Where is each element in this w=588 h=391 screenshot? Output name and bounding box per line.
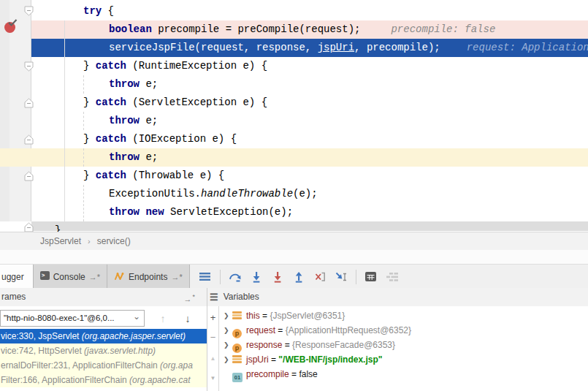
- console-icon: >: [40, 271, 50, 282]
- code-line[interactable]: try {: [31, 2, 588, 20]
- code-line[interactable]: }: [31, 221, 588, 232]
- variable-row[interactable]: ❯prequest = {ApplicationHttpRequest@6352…: [219, 323, 588, 338]
- frame-list: vice:330, JspServlet (org.apache.jasper.…: [0, 329, 207, 387]
- frame-location: ernalDoFilter:231, ApplicationFilterChai…: [1, 360, 160, 371]
- layout-settings-button[interactable]: [386, 270, 399, 284]
- thread-dropdown-value: "http-nio-8080-exec-1"@6,0...: [4, 314, 115, 322]
- code-line[interactable]: serviceJspFile(request, response, jspUri…: [31, 39, 588, 57]
- code-token: catch: [96, 60, 126, 72]
- breakpoint-verified-icon[interactable]: [4, 21, 16, 33]
- frame-row[interactable]: vice:742, HttpServlet (javax.servlet.htt…: [0, 343, 207, 358]
- tab-label: ugger: [1, 272, 24, 282]
- code-token: catch: [96, 96, 126, 108]
- step-out-button[interactable]: [292, 270, 305, 284]
- code-line[interactable]: throw e;: [31, 112, 588, 130]
- code-token: try: [83, 5, 102, 17]
- tri-up-button[interactable]: ▲: [210, 350, 216, 363]
- debug-toolbar: ugger>Console→*Endpoints→*: [0, 264, 588, 289]
- parameter-icon: p: [232, 325, 242, 335]
- equals-sign: =: [269, 354, 279, 365]
- code-line[interactable]: } catch (RuntimeException e) {: [31, 57, 588, 75]
- code-token: (ServletException e) {: [126, 96, 267, 108]
- equals-sign: =: [260, 311, 270, 321]
- code-line[interactable]: } catch (ServletException e) {: [31, 94, 588, 112]
- variable-value: {ApplicationHttpRequest@6352}: [286, 325, 411, 335]
- drop-frame-button[interactable]: [313, 270, 327, 284]
- code-token: throw: [109, 78, 140, 90]
- code-token: }: [55, 224, 61, 232]
- fold-marker-up-icon[interactable]: [24, 98, 34, 108]
- variable-value: {ResponseFacade@6353}: [292, 340, 395, 350]
- caret-line-gutter-highlight: [0, 148, 31, 167]
- code-area[interactable]: try {boolean precompile = preCompile(req…: [31, 0, 588, 232]
- variable-row[interactable]: ❯jspUri = "/WEB-INF/jsp/index.jsp": [219, 352, 588, 367]
- variable-value: false: [299, 369, 317, 379]
- expand-chevron-icon[interactable]: ❯: [224, 352, 229, 367]
- code-token: throw: [109, 151, 140, 163]
- variable-entry: response = {ResponseFacade@6353}: [246, 338, 395, 352]
- arrow-up-button[interactable]: ↑: [153, 313, 172, 324]
- frame-row[interactable]: vice:330, JspServlet (org.apache.jasper.…: [0, 329, 207, 343]
- fold-marker-up-icon[interactable]: [24, 171, 34, 181]
- fold-marker-up-icon[interactable]: [24, 134, 34, 145]
- expand-chevron-icon[interactable]: ❯: [224, 338, 229, 352]
- code-line[interactable]: ExceptionUtils.handleThrowable(e);: [31, 185, 588, 203]
- step-into-button[interactable]: [250, 270, 263, 284]
- variable-row[interactable]: 01precompile = false: [219, 367, 588, 381]
- frame-location: vice:742, HttpServlet: [1, 346, 84, 356]
- step-over-button[interactable]: [229, 270, 242, 284]
- variable-row[interactable]: ❯this = {JspServlet@6351}: [219, 308, 588, 323]
- variable-name: precompile: [246, 369, 289, 379]
- code-token: e;: [140, 151, 158, 163]
- evaluate-expression-button[interactable]: [364, 270, 378, 284]
- run-to-cursor-button[interactable]: [335, 270, 348, 284]
- frame-location: Filter:166, ApplicationFilterChain: [1, 375, 129, 385]
- editor-gutter[interactable]: [0, 0, 31, 221]
- frame-row[interactable]: ernalDoFilter:231, ApplicationFilterChai…: [0, 358, 207, 373]
- hamburger-menu-button[interactable]: [199, 270, 212, 284]
- variable-name: request: [246, 325, 275, 335]
- fold-marker-up-icon[interactable]: [24, 222, 34, 232]
- toolbar-separator: [220, 270, 221, 284]
- expand-chevron-icon[interactable]: ❯: [224, 308, 229, 323]
- code-token: ServletException(e);: [164, 206, 293, 218]
- tab-endpoints[interactable]: Endpoints→*: [107, 265, 190, 289]
- frame-location: vice:330, JspServlet: [1, 331, 82, 341]
- code-line[interactable]: } catch (Throwable e) {: [31, 167, 588, 185]
- code-line[interactable]: throw new ServletException(e);: [31, 203, 588, 221]
- code-token: }: [83, 60, 96, 72]
- thread-dropdown[interactable]: "http-nio-8080-exec-1"@6,0... ⌄: [0, 310, 145, 327]
- expand-chevron-icon[interactable]: ❯: [224, 323, 229, 338]
- frame-package: (javax.servlet.http): [84, 346, 156, 356]
- primitive-icon: 01: [232, 369, 242, 379]
- gutter-strip: [0, 0, 9, 221]
- tab-console[interactable]: >Console→*: [34, 265, 107, 289]
- add-button[interactable]: +: [210, 311, 216, 324]
- code-line[interactable]: throw e;: [31, 75, 588, 94]
- fold-marker-down-icon[interactable]: [24, 6, 34, 16]
- tab-ugger[interactable]: ugger: [0, 265, 34, 289]
- code-token: catch: [96, 133, 126, 145]
- debug-panels: rames →* "http-nio-8080-exec-1"@6,0... ⌄…: [0, 288, 588, 391]
- tri-down-button[interactable]: ▼: [210, 370, 216, 383]
- code-line[interactable]: throw e;: [31, 148, 588, 167]
- remove-button[interactable]: −: [210, 330, 216, 343]
- breadcrumb-item[interactable]: service(): [97, 232, 131, 250]
- ide-window: try {boolean precompile = preCompile(req…: [0, 0, 588, 391]
- variable-row[interactable]: ❯presponse = {ResponseFacade@6353}: [219, 338, 588, 352]
- menu-icon[interactable]: ☰: [210, 292, 218, 302]
- code-editor[interactable]: try {boolean precompile = preCompile(req…: [0, 0, 588, 232]
- arrow-down-button[interactable]: ↓: [178, 313, 197, 324]
- code-line[interactable]: boolean precompile = preCompile(request)…: [31, 20, 588, 39]
- frame-row[interactable]: Filter:166, ApplicationFilterChain (org.…: [0, 373, 207, 387]
- force-step-into-button[interactable]: [271, 270, 284, 284]
- breadcrumb-item[interactable]: JspServlet: [40, 232, 81, 250]
- variable-value: {JspServlet@6351}: [270, 311, 345, 321]
- frames-title: rames: [1, 292, 26, 302]
- frame-package: (org.apa: [160, 360, 193, 371]
- parameter-icon: p: [232, 340, 242, 349]
- code-line[interactable]: } catch (IOException e) {: [31, 130, 588, 148]
- fold-marker-down-icon[interactable]: [24, 61, 34, 72]
- tab-activity-icon: →*: [171, 273, 182, 281]
- frame-package: (org.apache.jasper.servlet): [82, 331, 186, 341]
